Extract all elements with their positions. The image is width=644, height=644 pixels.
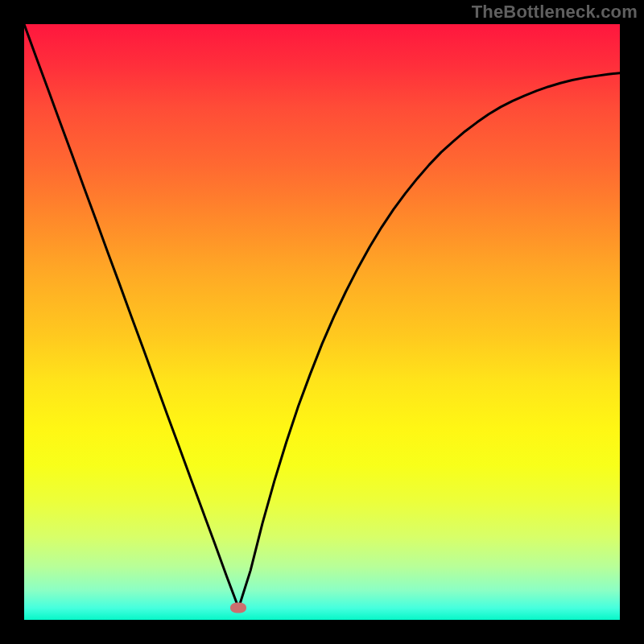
watermark-text: TheBottleneck.com [472,2,638,23]
optimal-point-marker [230,603,246,613]
chart-frame: TheBottleneck.com [0,0,644,644]
plot-area [24,24,620,620]
bottleneck-curve [24,24,620,620]
